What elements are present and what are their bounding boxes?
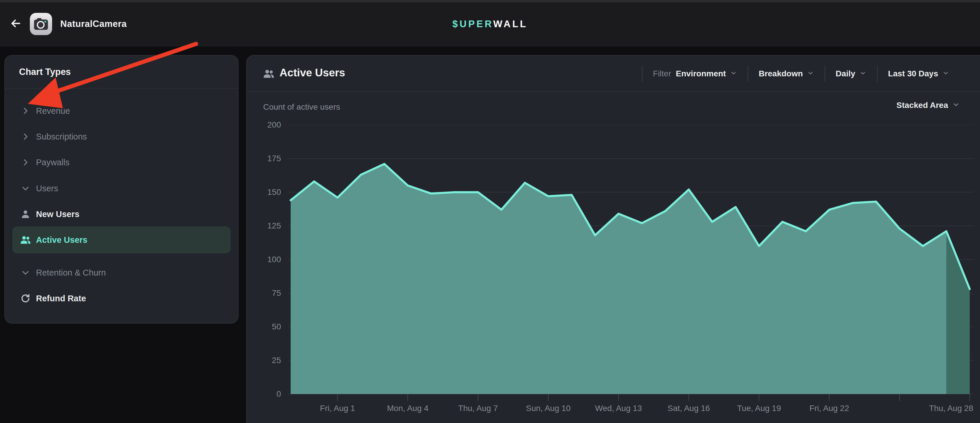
sidebar-title: Chart Types (19, 67, 71, 77)
filter-value: Breakdown (759, 69, 803, 78)
chevron-right-icon (19, 156, 32, 169)
chevron-down-icon (730, 70, 737, 78)
x-axis-label: Fri, Aug 22 (809, 404, 849, 413)
x-axis-labels: Fri, Aug 1Mon, Aug 4Thu, Aug 7Sun, Aug 1… (288, 404, 973, 417)
filter-environment-dropdown[interactable]: Filter Environment (642, 65, 748, 82)
x-axis-label: Tue, Aug 19 (737, 404, 781, 413)
x-axis-label: Wed, Aug 13 (595, 404, 642, 413)
logo-accent-text: $UPER (453, 18, 493, 29)
sidebar-item-label: Refund Rate (36, 294, 86, 303)
plot-svg (288, 125, 973, 409)
top-bar: NaturalCamera $UPERWALL (0, 2, 980, 46)
y-axis-label: 25 (247, 355, 281, 366)
logo-rest-text: WALL (493, 18, 527, 29)
sidebar-item-label: Active Users (36, 235, 88, 245)
x-axis-label: Sat, Aug 16 (668, 404, 710, 413)
sidebar-item-label: Users (36, 184, 58, 193)
sidebar-item-label: Retention & Churn (36, 268, 106, 277)
x-axis-label: Fri, Aug 1 (320, 404, 355, 413)
chevron-down-icon (19, 182, 32, 195)
y-axis-label: 100 (247, 253, 281, 265)
user-icon (19, 208, 32, 220)
app-root: NaturalCamera $UPERWALL Chart Types Reve… (0, 0, 980, 423)
superwall-logo: $UPERWALL (453, 18, 528, 30)
chevron-down-icon (807, 70, 814, 78)
back-arrow-icon (10, 17, 22, 31)
x-axis-label: Sun, Aug 10 (526, 404, 571, 413)
chevron-down-icon (859, 70, 866, 78)
chart-type-dropdown[interactable]: Stacked Area (897, 101, 960, 110)
sidebar-item-label: Revenue (36, 106, 70, 116)
sidebar-divider (5, 88, 238, 89)
sidebar-item-label: New Users (36, 209, 80, 219)
filters-bar: Filter Environment Breakdown Daily Last … (642, 64, 960, 84)
users-icon (19, 233, 32, 246)
sidebar-item-label: Paywalls (36, 158, 69, 167)
x-axis-label: Thu, Aug 7 (458, 404, 498, 413)
panel-divider (247, 91, 980, 92)
y-axis-label: 150 (247, 186, 281, 198)
refresh-icon (19, 292, 32, 305)
x-axis-label: Thu, Aug 28 (929, 404, 973, 413)
chevron-down-icon (942, 70, 949, 78)
y-axis-label: 75 (247, 287, 281, 299)
sidebar-item-refund-rate[interactable]: Refund Rate (12, 285, 231, 311)
date-range-dropdown[interactable]: Last 30 Days (877, 65, 960, 82)
window-top-strip (0, 0, 980, 2)
y-axis-label: 200 (247, 119, 281, 131)
sidebar-item-paywalls[interactable]: Paywalls (12, 149, 231, 175)
chart-subtitle: Count of active users (263, 102, 340, 112)
interval-dropdown[interactable]: Daily (824, 65, 877, 82)
sidebar-item-revenue[interactable]: Revenue (12, 98, 231, 124)
chevron-right-icon (19, 130, 32, 143)
users-icon (262, 68, 275, 80)
y-axis-label: 50 (247, 321, 281, 333)
chevron-down-icon (19, 266, 32, 279)
sidebar-item-retention-churn[interactable]: Retention & Churn (12, 260, 231, 285)
sidebar-item-users[interactable]: Users (12, 176, 231, 201)
chevron-down-icon (952, 101, 960, 110)
chevron-right-icon (19, 105, 32, 117)
sidebar-item-subscriptions[interactable]: Subscriptions (12, 124, 231, 149)
breakdown-dropdown[interactable]: Breakdown (748, 65, 824, 82)
sidebar-item-new-users[interactable]: New Users (12, 201, 231, 227)
filter-value: Last 30 Days (888, 69, 938, 78)
app-icon-camera (30, 13, 52, 35)
filter-value: Environment (676, 69, 726, 78)
chart-type-value: Stacked Area (897, 101, 948, 110)
app-name: NaturalCamera (60, 19, 127, 29)
chart-types-sidebar: Chart Types Revenue Subscriptions Paywal… (5, 55, 239, 323)
x-axis-label: Mon, Aug 4 (387, 404, 428, 413)
filter-value: Daily (836, 69, 855, 78)
sidebar-item-active-users[interactable]: Active Users (12, 227, 231, 253)
y-axis-label: 0 (247, 388, 281, 400)
y-axis-label: 175 (247, 153, 281, 165)
back-button[interactable] (7, 15, 25, 33)
sidebar-item-label: Subscriptions (36, 132, 87, 142)
panel-title: Active Users (280, 67, 345, 79)
y-axis-labels: 0255075100125150175200 (247, 125, 281, 394)
filter-prefix-label: Filter (653, 69, 671, 78)
y-axis-label: 125 (247, 220, 281, 232)
